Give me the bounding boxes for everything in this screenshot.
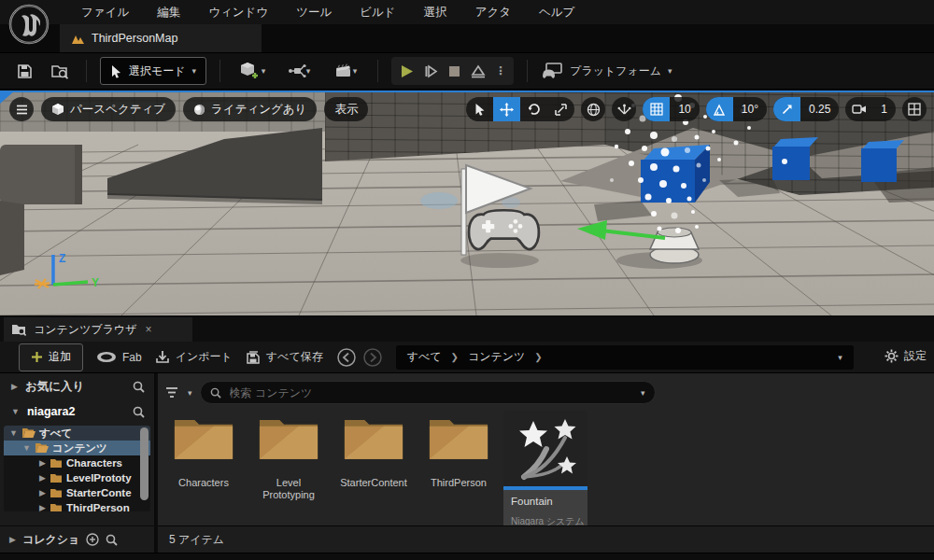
path-breadcrumb[interactable]: すべて ❯ コンテンツ ❯ ▾ [396, 345, 854, 370]
cinematics-button[interactable]: ▾ [327, 58, 364, 84]
viewport-scene[interactable]: Z Y [0, 91, 934, 315]
play-options-menu[interactable]: ⋮ [495, 64, 506, 77]
browse-to-asset-button[interactable] [47, 58, 73, 84]
close-icon[interactable]: × [146, 323, 152, 336]
platforms-dropdown[interactable]: プラットフォーム ▾ [541, 62, 672, 80]
rotation-snap-value[interactable]: 10° [733, 103, 767, 116]
perspective-cube-icon [51, 103, 64, 116]
scale-snap-value[interactable]: 0.25 [800, 103, 839, 116]
show-flags-button[interactable]: 表示 [324, 97, 368, 121]
menu-file[interactable]: ファイル [67, 5, 143, 21]
viewport-toolbar-left: パースペクティブ ライティングあり 表示 [9, 97, 368, 121]
save-all-label: すべて保存 [266, 349, 323, 365]
frame-skip-button[interactable] [423, 63, 439, 79]
camera-speed-button[interactable] [845, 97, 872, 121]
tree-item-startercontent[interactable]: ▶ StarterConte [4, 485, 150, 500]
scale-tool-button[interactable] [547, 97, 574, 121]
folder-tile-characters[interactable]: Characters [163, 411, 244, 489]
add-collection-icon[interactable] [86, 533, 99, 546]
import-icon [155, 350, 170, 364]
world-local-toggle-button[interactable] [581, 97, 605, 121]
folder-tile-thirdperson[interactable]: ThirdPerson [418, 411, 499, 489]
search-input[interactable] [228, 385, 634, 400]
tree-item-levelprototyping[interactable]: ▶ LevelPrototy [4, 470, 150, 485]
level-viewport[interactable]: Z Y [0, 91, 934, 315]
add-button[interactable]: 追加 [19, 343, 83, 371]
surface-snapping-button[interactable] [612, 97, 636, 121]
move-tool-button[interactable] [493, 97, 520, 121]
blue-cube-large[interactable] [641, 145, 710, 203]
menu-edit[interactable]: 編集 [143, 5, 194, 21]
viewport-options-button[interactable] [9, 97, 34, 121]
save-all-button[interactable]: すべて保存 [246, 349, 323, 365]
asset-tile-fountain[interactable]: Fountain Niagara システム [503, 411, 587, 525]
chevron-right-icon[interactable]: ▶ [39, 503, 46, 511]
launch-platforms-button[interactable] [470, 63, 487, 78]
rotation-snap-toggle[interactable] [706, 97, 733, 121]
search-icon[interactable] [133, 406, 145, 418]
menu-tools[interactable]: ツール [282, 5, 346, 21]
project-section[interactable]: ▼ niagara2 [0, 399, 154, 424]
tree-item-all[interactable]: ▼ すべて [4, 426, 150, 441]
editor-mode-select[interactable]: 選択モード ▾ [100, 57, 206, 85]
select-tool-button[interactable] [466, 97, 493, 121]
fountain-actor[interactable] [650, 228, 699, 263]
chevron-right-icon[interactable]: ▶ [39, 458, 46, 468]
play-button[interactable] [399, 63, 415, 79]
grid-snap-value[interactable]: 10 [670, 103, 699, 116]
breadcrumb-current[interactable]: コンテンツ [468, 349, 525, 365]
menu-build[interactable]: ビルド [346, 5, 409, 21]
grid-snap-toggle[interactable] [643, 97, 670, 121]
breadcrumb-root[interactable]: すべて [407, 349, 442, 365]
scale-snap-toggle[interactable] [773, 97, 800, 121]
tree-item-content[interactable]: ▼ コンテンツ [4, 441, 150, 455]
quad-view-button[interactable] [902, 97, 927, 121]
lit-mode-button[interactable]: ライティングあり [183, 97, 317, 121]
asset-search[interactable]: ▾ [200, 381, 656, 404]
chevron-down-icon[interactable]: ▼ [9, 428, 18, 438]
forward-button[interactable] [362, 347, 383, 368]
menu-select[interactable]: 選択 [410, 5, 461, 21]
filter-icon[interactable] [165, 386, 180, 399]
search-icon[interactable] [106, 534, 118, 546]
menu-actor[interactable]: アクタ [461, 5, 525, 21]
tab-thirdpersonmap[interactable]: ThirdPersonMap [60, 24, 262, 52]
tree-scrollbar[interactable] [140, 427, 149, 500]
chevron-right-icon[interactable]: ▶ [39, 473, 46, 483]
tree-item-thirdperson[interactable]: ▶ ThirdPerson [4, 500, 150, 511]
view-mode-perspective-button[interactable]: パースペクティブ [41, 97, 176, 121]
curved-block[interactable] [0, 145, 82, 204]
chevron-down-icon[interactable]: ▾ [838, 353, 842, 362]
camera-speed-value[interactable]: 1 [872, 103, 896, 116]
save-current-button[interactable] [11, 58, 37, 84]
unreal-logo-icon[interactable] [7, 3, 50, 46]
content-browser-tab[interactable]: コンテンツブラウザ × [4, 317, 192, 342]
settings-button[interactable]: 設定 [884, 348, 927, 364]
import-button[interactable]: インポート [155, 349, 233, 365]
folder-tile-startercontent[interactable]: StarterContent [333, 411, 414, 489]
stop-button[interactable] [447, 64, 461, 78]
tree-item-characters[interactable]: ▶ Characters [4, 455, 150, 470]
menu-help[interactable]: ヘルプ [525, 5, 588, 21]
favorites-section[interactable]: ▶ お気に入り [0, 373, 154, 399]
fab-button[interactable]: Fab [96, 351, 142, 364]
chevron-right-icon[interactable]: ▶ [11, 382, 18, 391]
perspective-label: パースペクティブ [70, 102, 165, 118]
add-actor-button[interactable]: ▾ [234, 58, 271, 84]
toolbar-divider [219, 60, 220, 82]
chevron-down-icon[interactable]: ▼ [11, 407, 20, 416]
collections-section[interactable]: ▶ コレクショ [0, 525, 156, 553]
chevron-down-icon[interactable]: ▾ [641, 388, 645, 398]
menu-window[interactable]: ウィンドウ [194, 5, 282, 21]
blueprints-button[interactable]: ▾ [280, 58, 318, 84]
folder-tile-levelprototyping[interactable]: Level Prototyping [248, 411, 329, 501]
chevron-down-icon[interactable]: ▾ [188, 388, 192, 398]
back-button[interactable] [336, 347, 357, 368]
chevron-right-icon[interactable]: ▶ [39, 488, 46, 497]
chevron-right-icon[interactable]: ▶ [9, 535, 16, 544]
rotate-tool-button[interactable] [520, 97, 547, 121]
window-bottom-edge [0, 553, 934, 560]
search-icon[interactable] [133, 381, 145, 393]
chevron-down-icon: ▾ [192, 66, 197, 76]
chevron-down-icon[interactable]: ▼ [22, 443, 31, 453]
